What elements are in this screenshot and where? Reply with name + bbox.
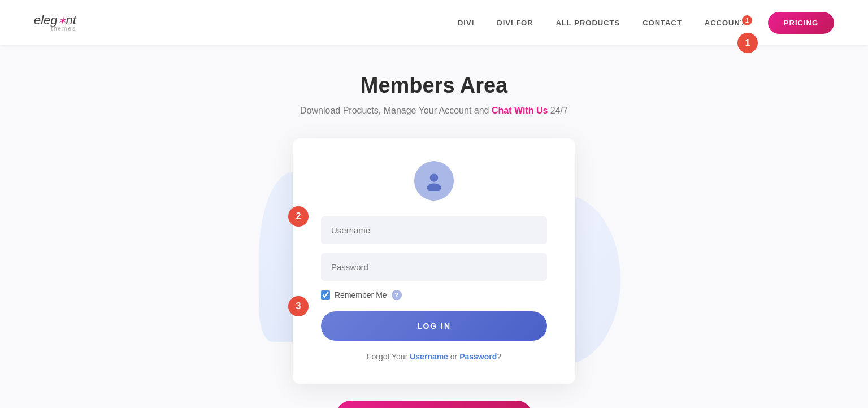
subtitle-post: 24/7	[548, 106, 568, 115]
forgot-or: or	[448, 352, 459, 361]
user-icon	[424, 171, 444, 191]
remember-me-checkbox[interactable]	[321, 290, 330, 300]
logo-brand: eleg✶nt	[34, 13, 76, 27]
svg-point-0	[430, 173, 438, 181]
login-button[interactable]: LOG IN	[321, 311, 547, 341]
forgot-text: Forgot Your Username or Password?	[321, 352, 547, 361]
main-content: Members Area Download Products, Manage Y…	[0, 45, 868, 408]
logo[interactable]: eleg✶nt themes	[34, 14, 76, 32]
svg-point-1	[427, 184, 441, 192]
remember-row: Remember Me ?	[321, 290, 547, 300]
remember-me-label: Remember Me	[335, 290, 387, 300]
account-notification-badge: 1	[741, 14, 753, 27]
user-avatar	[321, 161, 547, 201]
page-subtitle: Download Products, Manage Your Account a…	[300, 106, 568, 116]
account-wrapper: ACCOUNT 1	[705, 19, 745, 27]
forgot-username-link[interactable]: Username	[410, 352, 448, 361]
nav-item-all-products[interactable]: ALL PRODUCTS	[556, 19, 620, 27]
pricing-button[interactable]: PRICING	[768, 12, 834, 34]
forgot-post: ?	[497, 352, 501, 361]
nav-item-divi-for[interactable]: DIVI FOR	[497, 19, 533, 27]
main-nav: DIVI DIVI FOR ALL PRODUCTS CONTACT ACCOU…	[458, 12, 834, 34]
join-section: NOT A MEMBER YET? JOIN TODAY!	[336, 401, 532, 408]
password-group	[321, 253, 547, 281]
username-input[interactable]	[321, 216, 547, 244]
avatar-circle	[414, 161, 454, 201]
nav-item-contact[interactable]: CONTACT	[643, 19, 682, 27]
nav-item-divi[interactable]: DIVI	[458, 19, 474, 27]
page-title: Members Area	[361, 73, 508, 98]
logo-star: ✶	[58, 15, 66, 27]
forgot-password-link[interactable]: Password	[459, 352, 497, 361]
site-header: eleg✶nt themes DIVI DIVI FOR ALL PRODUCT…	[0, 0, 868, 45]
subtitle-pre: Download Products, Manage Your Account a…	[300, 106, 492, 115]
username-group	[321, 216, 547, 244]
help-icon[interactable]: ?	[392, 290, 402, 300]
login-card: Remember Me ? LOG IN Forgot Your Usernam…	[293, 138, 575, 384]
chat-link[interactable]: Chat With Us	[492, 106, 548, 115]
password-input[interactable]	[321, 253, 547, 281]
nav-item-account[interactable]: ACCOUNT	[705, 19, 745, 27]
login-card-wrapper: Remember Me ? LOG IN Forgot Your Usernam…	[293, 138, 575, 384]
forgot-pre: Forgot Your	[367, 352, 410, 361]
join-button[interactable]: NOT A MEMBER YET? JOIN TODAY!	[336, 401, 532, 408]
